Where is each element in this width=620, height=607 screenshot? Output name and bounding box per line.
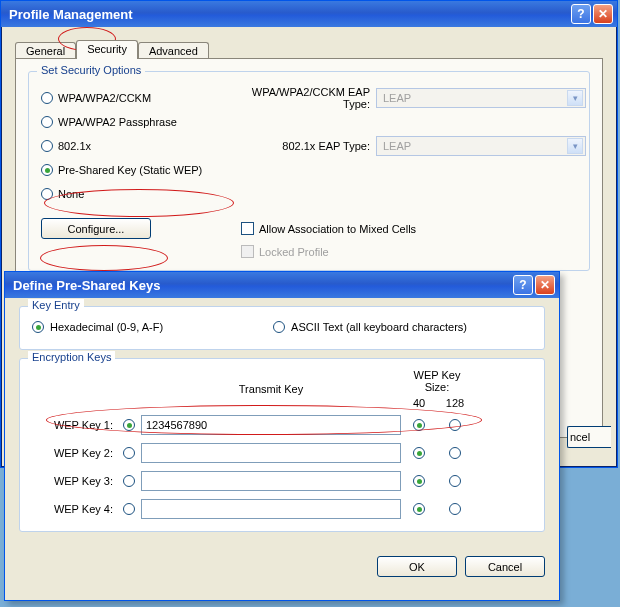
label-none: None bbox=[58, 188, 84, 200]
checkbox-mixed[interactable] bbox=[241, 222, 254, 235]
radio-ascii[interactable] bbox=[273, 321, 285, 333]
label-wep4: WEP Key 4: bbox=[32, 503, 117, 515]
label-locked: Locked Profile bbox=[259, 246, 577, 258]
wep4-size-128[interactable] bbox=[449, 503, 461, 515]
wep-key-4-input[interactable] bbox=[141, 499, 401, 519]
transmit-key-heading: Transmit Key bbox=[141, 383, 401, 395]
configure-button[interactable]: Configure... bbox=[41, 218, 151, 239]
wep-key-size-heading: WEP Key Size: bbox=[401, 369, 473, 395]
radio-hex[interactable] bbox=[32, 321, 44, 333]
wep1-size-128[interactable] bbox=[449, 419, 461, 431]
wep2-size-128[interactable] bbox=[449, 447, 461, 459]
wep-key-1-input[interactable] bbox=[141, 415, 401, 435]
label-wpa: WPA/WPA2/CCKM bbox=[58, 92, 151, 104]
col-128: 128 bbox=[437, 397, 473, 409]
combo-eap1-value: LEAP bbox=[383, 92, 411, 104]
combo-eap2[interactable]: LEAP ▾ bbox=[376, 136, 586, 156]
sub-window-title: Define Pre-Shared Keys bbox=[13, 278, 511, 293]
wep4-size-40[interactable] bbox=[413, 503, 425, 515]
tab-security[interactable]: Security bbox=[76, 40, 138, 59]
cancel-button-peek[interactable]: ncel bbox=[567, 426, 611, 448]
label-hex: Hexadecimal (0-9, A-F) bbox=[50, 321, 163, 333]
col-40: 40 bbox=[401, 397, 437, 409]
label-wep2: WEP Key 2: bbox=[32, 447, 117, 459]
combo-eap2-value: LEAP bbox=[383, 140, 411, 152]
cancel-button[interactable]: Cancel bbox=[465, 556, 545, 577]
group-key-entry: Key Entry bbox=[28, 299, 84, 311]
label-8021x: 802.1x bbox=[58, 140, 91, 152]
label-passphrase: WPA/WPA2 Passphrase bbox=[58, 116, 177, 128]
ok-button[interactable]: OK bbox=[377, 556, 457, 577]
wep1-size-40[interactable] bbox=[413, 419, 425, 431]
label-wep3: WEP Key 3: bbox=[32, 475, 117, 487]
help-button[interactable]: ? bbox=[571, 4, 591, 24]
combo-eap1[interactable]: LEAP ▾ bbox=[376, 88, 586, 108]
label-eap1: WPA/WPA2/CCKM EAP Type: bbox=[241, 86, 376, 110]
sub-close-button[interactable]: ✕ bbox=[535, 275, 555, 295]
transmit-key-1[interactable] bbox=[123, 419, 135, 431]
group-security-options: Set Security Options bbox=[37, 64, 145, 76]
wep3-size-40[interactable] bbox=[413, 475, 425, 487]
cancel-peek-text: ncel bbox=[570, 431, 590, 443]
wep-key-3-input[interactable] bbox=[141, 471, 401, 491]
radio-wpa[interactable] bbox=[41, 92, 53, 104]
chevron-down-icon: ▾ bbox=[567, 138, 583, 154]
transmit-key-4[interactable] bbox=[123, 503, 135, 515]
radio-psk[interactable] bbox=[41, 164, 53, 176]
sub-help-button[interactable]: ? bbox=[513, 275, 533, 295]
label-ascii: ASCII Text (all keyboard characters) bbox=[291, 321, 467, 333]
chevron-down-icon: ▾ bbox=[567, 90, 583, 106]
radio-none[interactable] bbox=[41, 188, 53, 200]
transmit-key-2[interactable] bbox=[123, 447, 135, 459]
checkbox-locked bbox=[241, 245, 254, 258]
group-encryption-keys: Encryption Keys bbox=[28, 351, 115, 363]
label-wep1: WEP Key 1: bbox=[32, 419, 117, 431]
close-button[interactable]: ✕ bbox=[593, 4, 613, 24]
window-title: Profile Management bbox=[9, 7, 569, 22]
radio-passphrase[interactable] bbox=[41, 116, 53, 128]
label-psk: Pre-Shared Key (Static WEP) bbox=[58, 164, 202, 176]
transmit-key-3[interactable] bbox=[123, 475, 135, 487]
label-eap2: 802.1x EAP Type: bbox=[241, 140, 376, 152]
wep-key-2-input[interactable] bbox=[141, 443, 401, 463]
label-mixed: Allow Association to Mixed Cells bbox=[259, 223, 577, 235]
wep3-size-128[interactable] bbox=[449, 475, 461, 487]
wep2-size-40[interactable] bbox=[413, 447, 425, 459]
radio-8021x[interactable] bbox=[41, 140, 53, 152]
